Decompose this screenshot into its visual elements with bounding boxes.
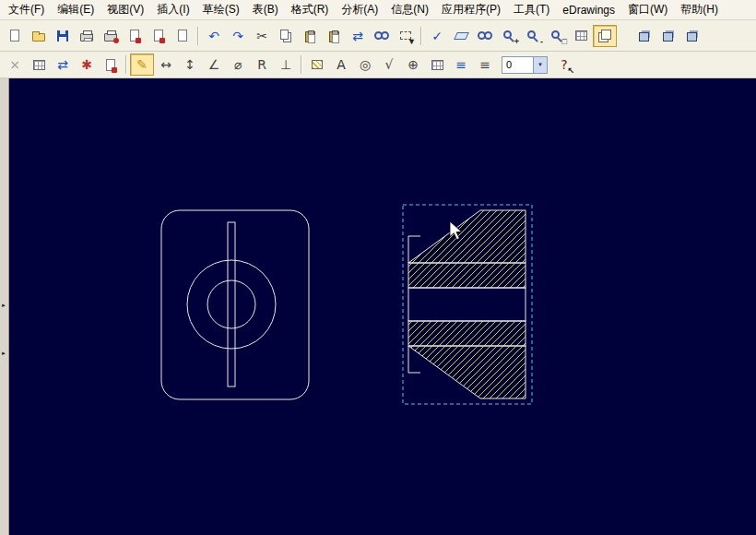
dim-vertical-button[interactable]: ↕: [178, 54, 202, 76]
binoc-icon: [478, 31, 492, 40]
hatch-button[interactable]: [305, 54, 329, 76]
value-combo-value[interactable]: 0: [502, 59, 533, 70]
app-window: 文件(F)编辑(E)视图(V)插入(I)草绘(S)表(B)格式(R)分析(A)信…: [0, 0, 756, 535]
page-red-icon: [130, 30, 139, 42]
select-filter-button[interactable]: ▼: [394, 25, 418, 47]
folder-icon: [32, 33, 45, 42]
dim-ordinate-button[interactable]: ⊥: [274, 54, 298, 76]
repaint-button[interactable]: ✓: [425, 25, 449, 47]
menu-view[interactable]: 视图(V): [100, 0, 150, 20]
value-combo-dropdown-icon[interactable]: ▼: [533, 57, 547, 73]
menu-bar: 文件(F)编辑(E)视图(V)插入(I)草绘(S)表(B)格式(R)分析(A)信…: [0, 0, 756, 20]
context-help-button[interactable]: ?↖: [552, 54, 576, 76]
print-button[interactable]: [75, 25, 99, 47]
export-button[interactable]: [123, 25, 147, 47]
zoom-out-button[interactable]: -: [521, 25, 545, 47]
dim-radius-icon: R: [257, 58, 266, 71]
note-button[interactable]: A: [329, 54, 353, 76]
menu-edit[interactable]: 编辑(E): [51, 0, 100, 20]
section-view[interactable]: [403, 205, 532, 404]
badge-icon: ↖: [567, 66, 574, 75]
menu-file[interactable]: 文件(F): [2, 0, 51, 20]
cube-tool-button-2[interactable]: [656, 25, 679, 47]
repeat-region-button[interactable]: ≡: [449, 54, 473, 76]
view-manager-button[interactable]: [473, 25, 497, 47]
menu-applications[interactable]: 应用程序(P): [435, 0, 507, 20]
splitter-arrow-icon[interactable]: ►: [1, 303, 6, 308]
paste-special-button[interactable]: [322, 25, 346, 47]
regenerate-draft-icon: ✱: [81, 58, 92, 71]
datum-display-button[interactable]: [449, 25, 473, 47]
copy-icon: [280, 30, 289, 40]
mag-icon: [527, 30, 536, 39]
front-view[interactable]: [161, 210, 309, 399]
menu-analysis[interactable]: 分析(A): [335, 0, 384, 20]
undo-button[interactable]: ↶: [202, 25, 226, 47]
menu-tools[interactable]: 工具(T): [507, 0, 556, 20]
geom-tolerance-button[interactable]: ⊕: [401, 54, 425, 76]
toolbar-separator: [420, 27, 422, 45]
saved-views-button[interactable]: [569, 25, 593, 47]
sheet-setup-button[interactable]: [99, 54, 123, 76]
copy-button[interactable]: [274, 25, 298, 47]
dim-diameter-button[interactable]: ⌀: [226, 54, 250, 76]
new-file-button[interactable]: [3, 25, 27, 47]
update-view-button[interactable]: ⇄: [51, 54, 75, 76]
menu-sketch[interactable]: 草绘(S): [196, 0, 246, 20]
cube-icon: [639, 32, 649, 42]
cut-button[interactable]: ✂: [250, 25, 274, 47]
section-lower-wall: [408, 321, 526, 346]
page-red-icon: [106, 59, 115, 71]
badge-icon: -: [540, 38, 543, 46]
open-file-button[interactable]: [27, 25, 51, 47]
cut-icon: ✂: [256, 30, 267, 42]
save-button[interactable]: [51, 25, 75, 47]
insert-dimension-button[interactable]: ✎: [130, 54, 154, 76]
menu-edrawings[interactable]: eDrawings: [556, 1, 621, 19]
hatch-icon: [312, 60, 323, 69]
dim-radius-button[interactable]: R: [250, 54, 274, 76]
format-list-button[interactable]: ≡: [473, 54, 497, 76]
menu-format[interactable]: 格式(R): [285, 0, 336, 20]
layers-button[interactable]: [593, 25, 617, 47]
drawing-canvas[interactable]: [9, 78, 756, 535]
plane-icon: [454, 32, 469, 40]
cube-icon: [687, 32, 697, 42]
paste-icon: [305, 31, 315, 42]
regenerate-draft-button[interactable]: ✱: [75, 54, 99, 76]
cube-tool-button-1[interactable]: [632, 25, 656, 47]
dim-angle-button[interactable]: ∠: [202, 54, 226, 76]
modify-table-button[interactable]: [27, 54, 51, 76]
note-icon: A: [337, 58, 346, 71]
delete-item-button[interactable]: ×: [3, 54, 27, 76]
splitter-arrow-icon[interactable]: ►: [1, 351, 6, 356]
zoom-in-button[interactable]: +: [497, 25, 521, 47]
value-combo[interactable]: 0▼: [502, 56, 548, 74]
menu-info[interactable]: 信息(N): [384, 0, 435, 20]
left-splitter-strip[interactable]: ► ►: [0, 78, 9, 535]
dim-standard-button[interactable]: ↔: [154, 54, 178, 76]
table-button[interactable]: [425, 54, 449, 76]
menu-insert[interactable]: 插入(I): [150, 0, 195, 20]
surface-finish-button[interactable]: √: [377, 54, 401, 76]
zoom-refit-button[interactable]: □: [545, 25, 569, 47]
balloon-button[interactable]: ◎: [353, 54, 377, 76]
plot-button[interactable]: [99, 25, 123, 47]
toolbar-draft: ×⇄✱✎↔↕∠⌀R⊥A◎√⊕≡≡0▼?↖: [0, 52, 756, 78]
menu-table[interactable]: 表(B): [246, 0, 285, 20]
delete-item-icon: ×: [9, 58, 20, 71]
paste-button[interactable]: [298, 25, 322, 47]
menu-window[interactable]: 窗口(W): [621, 0, 674, 20]
find-button[interactable]: [370, 25, 394, 47]
cube-tool-button-3[interactable]: [679, 25, 703, 47]
properties-button[interactable]: [171, 25, 195, 47]
paste-icon: [329, 31, 339, 42]
send-mail-button[interactable]: [147, 25, 171, 47]
insert-dimension-icon: ✎: [136, 58, 148, 71]
repaint-icon: ✓: [431, 30, 443, 42]
work-area: ► ►: [0, 78, 756, 535]
regenerate-model-button[interactable]: ⇄: [346, 25, 370, 47]
menu-help[interactable]: 帮助(H): [674, 0, 725, 20]
redo-button[interactable]: ↷: [226, 25, 250, 47]
section-upper-wall: [408, 263, 526, 288]
